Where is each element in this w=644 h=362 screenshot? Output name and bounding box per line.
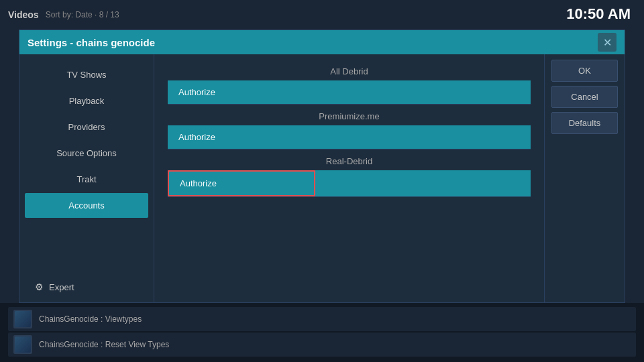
sidebar-item-trakt[interactable]: Trakt [25,167,148,192]
list-item[interactable]: ChainsGenocide : Reset View Types [8,333,636,357]
premiumize-header: Premiumize.me [168,106,531,124]
settings-dialog: Settings - chains genocide ✕ TV Shows Pl… [19,29,625,303]
app-title: Videos [8,9,39,20]
all-debrid-row: Authorize [168,80,531,105]
sidebar: TV Shows Playback Providers Source Optio… [19,54,154,302]
all-debrid-value-field [315,80,531,104]
item-1-text: ChainsGenocide : Viewtypes [39,314,142,324]
all-debrid-header: All Debrid [168,61,531,79]
sidebar-item-tv-shows[interactable]: TV Shows [25,62,148,87]
top-bar: Videos Sort by: Date · 8 / 13 10:50 AM [0,0,644,29]
sidebar-item-providers[interactable]: Providers [25,115,148,139]
item-2-text: ChainsGenocide : Reset View Types [39,340,169,349]
thumb-image-1 [15,311,31,327]
dialog-title: Settings - chains genocide [28,37,155,48]
thumbnail-1 [13,310,32,328]
close-icon: ✕ [603,36,612,49]
sort-info: Sort by: Date · 8 / 13 [46,10,119,19]
close-button[interactable]: ✕ [598,33,616,52]
real-debrid-value-field [315,170,531,196]
clock: 10:50 AM [566,5,631,23]
all-debrid-authorize-button[interactable]: Authorize [168,80,315,104]
real-debrid-row: Authorize [168,170,531,197]
main-content: All Debrid Authorize Premiumize.me Autho… [154,54,544,302]
defaults-button[interactable]: Defaults [551,112,618,134]
thumbnail-2 [13,335,32,354]
ok-button[interactable]: OK [551,60,618,82]
real-debrid-header: Real-Debrid [168,151,531,169]
expert-item[interactable]: ⚙ Expert [24,276,85,298]
sidebar-item-accounts[interactable]: Accounts [25,193,148,218]
cancel-button[interactable]: Cancel [551,86,618,108]
expert-label: Expert [49,282,74,292]
gear-icon: ⚙ [35,282,44,292]
thumb-image-2 [15,337,31,353]
real-debrid-authorize-button[interactable]: Authorize [168,170,315,196]
sidebar-item-playback[interactable]: Playback [25,88,148,113]
list-item[interactable]: ChainsGenocide : Viewtypes [8,307,636,331]
dialog-body: TV Shows Playback Providers Source Optio… [19,54,625,302]
premiumize-authorize-button[interactable]: Authorize [168,125,315,149]
action-buttons-panel: OK Cancel Defaults [544,54,625,302]
bottom-taskbar: ChainsGenocide : Viewtypes ChainsGenocid… [0,303,644,362]
dialog-titlebar: Settings - chains genocide ✕ [19,30,625,54]
premiumize-row: Authorize [168,125,531,149]
premiumize-value-field [315,125,531,149]
sidebar-item-source-options[interactable]: Source Options [25,141,148,166]
